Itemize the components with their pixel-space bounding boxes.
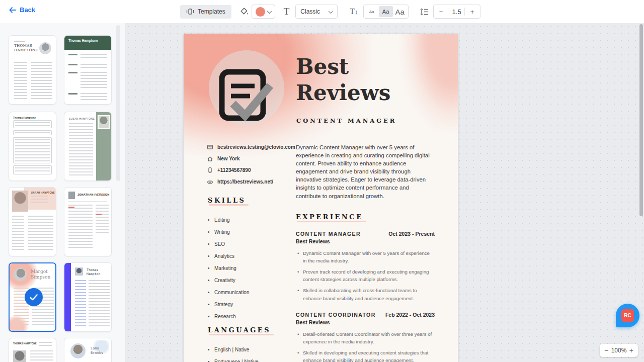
job-bullet[interactable]: Detail-oriented Content Coordinator with… [296, 330, 435, 345]
languages-section[interactable]: LANGUAGES English | NativePortuguese | N… [208, 325, 271, 362]
editor-canvas: Best Reviews CONTENT MANAGER bestreviews… [125, 23, 644, 362]
template-thumbnail-classic-photo[interactable]: THOMAS HAMPTONE [9, 35, 56, 105]
decor-line [14, 41, 25, 42]
template-thumbnail-blush-photo[interactable]: SARAH HAMPTONE [9, 187, 56, 256]
skills-list: EditingWritingSEOAnalyticsMarketingCreat… [208, 217, 249, 319]
company-logo-icon[interactable] [218, 67, 277, 123]
skill-item[interactable]: Editing [208, 217, 249, 223]
template-thumbnail-plain-photo[interactable]: THOMAS HAMPTONE [9, 338, 56, 362]
skill-item[interactable]: Analytics [208, 253, 249, 259]
line-height-stepper: − 1.5 + [433, 5, 480, 19]
language-item[interactable]: English | Native [208, 347, 271, 352]
zoom-in-button[interactable]: + [629, 346, 633, 354]
color-select[interactable] [252, 5, 275, 19]
template-name: JONATHAN IVERSSON [77, 193, 110, 196]
text-lines [68, 205, 93, 248]
zoom-out-button[interactable]: − [604, 346, 608, 354]
template-thumbnail-boxed[interactable]: Thomas Hamptone [9, 112, 56, 181]
skill-item[interactable]: Research [208, 314, 249, 319]
skill-item[interactable]: Writing [208, 229, 249, 235]
chat-avatar-badge: RC [621, 309, 634, 322]
template-thumbnail-blue-panel[interactable]: Lana Brooks [64, 338, 112, 362]
templates-label: Templates [198, 8, 225, 15]
thumb-side-stripe [64, 263, 71, 331]
decor-line [96, 214, 102, 215]
thumb-body [68, 54, 107, 100]
experience-entry[interactable]: CONTENT MANAGER Oct 2023 - Present Best … [296, 231, 435, 302]
templates-button[interactable]: Templates [180, 5, 231, 19]
resume-role[interactable]: CONTENT MANAGER [296, 117, 396, 124]
experience-heading: EXPERIENCE [296, 213, 363, 221]
skill-item[interactable]: Communication [208, 290, 249, 295]
text-lines [89, 280, 110, 326]
contact-phone-row[interactable]: +11234567890 [207, 164, 295, 176]
skills-heading: SKILLS [208, 197, 246, 204]
avatar [12, 191, 28, 212]
skill-item[interactable]: Creativity [208, 278, 249, 283]
resume-name[interactable]: Best Reviews [296, 54, 391, 106]
job-bullet[interactable]: Skilled in collaborating with cross-func… [296, 287, 435, 302]
line-height-decrease-button[interactable]: − [434, 8, 449, 16]
skills-section[interactable]: SKILLS EditingWritingSEOAnalyticsMarketi… [208, 196, 249, 326]
avatar [70, 343, 86, 358]
language-item[interactable]: Portuguese | Native [208, 359, 271, 362]
text-lines [31, 62, 52, 99]
job-title: CONTENT COORDINATOR [296, 312, 376, 318]
font-size-small-button[interactable]: Aa [365, 6, 379, 17]
text-lines [28, 216, 53, 252]
experience-entry[interactable]: CONTENT COORDINATOR Feb 2022 - Oct 2023 … [296, 312, 435, 362]
avatar [68, 192, 75, 199]
accent-color-swatch [256, 7, 265, 17]
contact-website-row[interactable]: https://bestreviews.net/ [207, 176, 295, 188]
text-lines [31, 196, 48, 203]
watercolor-blob [403, 34, 458, 129]
job-bullet[interactable]: Skilled in developing and executing cont… [296, 349, 435, 362]
summary-paragraph[interactable]: Dynamic Content Manager with over 5 year… [296, 143, 435, 200]
job-bullet-list: Detail-oriented Content Coordinator with… [296, 330, 435, 362]
skill-item[interactable]: Marketing [208, 265, 249, 271]
template-thumbnail-mono-header[interactable]: JONATHAN IVERSSON [64, 187, 112, 256]
decor-line [68, 207, 74, 208]
template-thumbnail-indigo-stripe[interactable]: Thomas Hampton [64, 262, 112, 332]
template-thumbnail-green-header[interactable]: Thomas Hamptone [64, 35, 112, 105]
canvas-scrollbar[interactable] [639, 24, 643, 216]
sidebar-scrollbar[interactable] [116, 25, 120, 181]
text-lines [30, 350, 53, 362]
job-title: CONTENT MANAGER [296, 231, 361, 237]
skill-item[interactable]: Strategy [208, 302, 249, 307]
job-bullet-list: Dynamic Content Manager with over 5 year… [296, 249, 435, 302]
template-name: Thomas Hamptone [68, 39, 107, 42]
contact-email: bestreviews.testing@clovio.com [217, 144, 295, 150]
languages-list: English | NativePortuguese | Native [208, 347, 271, 362]
contact-location-row[interactable]: New York [207, 153, 295, 164]
line-height-increase-button[interactable]: + [465, 8, 480, 16]
job-bullet[interactable]: Dynamic Content Manager with over 5 year… [296, 249, 435, 264]
template-thumbnail-watercolor-selected[interactable]: Margot Simpson [9, 262, 56, 332]
contact-email-row[interactable]: bestreviews.testing@clovio.com [207, 141, 295, 153]
back-button[interactable]: Back [9, 6, 35, 14]
resume-page[interactable]: Best Reviews CONTENT MANAGER bestreviews… [184, 34, 458, 362]
line-spacing-icon [420, 8, 429, 16]
fill-color-icon[interactable] [239, 7, 249, 16]
template-name: THOMAS HAMPTONE [14, 44, 42, 53]
job-dates: Oct 2023 - Present [388, 231, 435, 237]
job-bullet[interactable]: Proven track record of developing and ex… [296, 268, 435, 283]
chevron-down-icon [329, 9, 334, 14]
zoom-control: − 100% + [600, 344, 638, 357]
check-icon [30, 294, 38, 301]
font-size-large-button[interactable]: Aa [393, 6, 407, 17]
skill-item[interactable]: SEO [208, 241, 249, 247]
font-style-select[interactable]: Classic [295, 5, 338, 19]
font-size-medium-button[interactable]: Aa [379, 6, 393, 17]
contact-block[interactable]: bestreviews.testing@clovio.com New York … [207, 141, 295, 188]
text-lines [69, 123, 93, 175]
template-thumbnail-sage-sidebar[interactable]: SUSAN HAMPTONE [64, 112, 112, 181]
template-name: SUSAN HAMPTONE [69, 117, 95, 120]
avatar [14, 268, 27, 281]
job-header: CONTENT COORDINATOR Feb 2022 - Oct 2023 [296, 312, 435, 318]
template-sidebar: THOMAS HAMPTONE Thomas Hamptone Thomas H… [0, 23, 125, 362]
thumb-box [13, 120, 52, 128]
templates-icon [186, 8, 194, 15]
chat-widget-button[interactable]: RC [616, 304, 639, 327]
avatar [39, 42, 51, 54]
